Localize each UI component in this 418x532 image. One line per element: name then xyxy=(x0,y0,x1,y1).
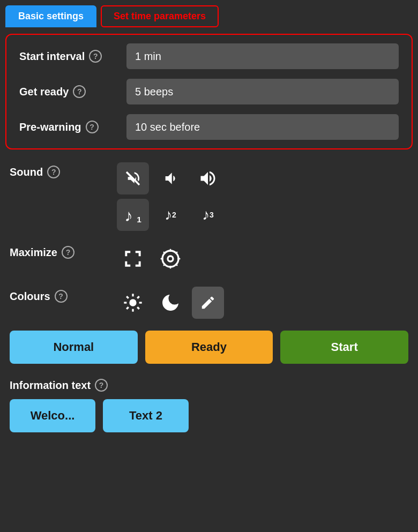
sound-row-2: ♪ 1 ♪2 ♪3 xyxy=(117,199,224,231)
maximize-icons xyxy=(117,243,186,275)
svg-line-11 xyxy=(126,307,129,309)
info-text-label: Information text ? xyxy=(10,379,408,392)
colours-sun-button[interactable] xyxy=(117,287,149,319)
colours-moon-button[interactable] xyxy=(154,287,186,319)
sound-row-1 xyxy=(117,162,224,194)
svg-line-9 xyxy=(137,307,139,309)
svg-text:1: 1 xyxy=(137,215,141,224)
pre-warning-value[interactable]: 10 sec before xyxy=(126,114,399,140)
sound-music3-button[interactable]: ♪3 xyxy=(192,199,224,231)
get-ready-label: Get ready ? xyxy=(19,85,126,98)
sound-high-button[interactable] xyxy=(192,162,224,194)
start-interval-row: Start interval ? 1 min xyxy=(19,43,399,69)
get-ready-value[interactable]: 5 beeps xyxy=(126,79,399,104)
colours-help-icon[interactable]: ? xyxy=(55,290,68,303)
info-welco-button[interactable]: Welco... xyxy=(10,399,95,432)
svg-text:♪: ♪ xyxy=(125,206,133,225)
info-text2-button[interactable]: Text 2 xyxy=(103,399,189,432)
state-buttons: Normal Ready Start xyxy=(5,331,413,364)
start-interval-value[interactable]: 1 min xyxy=(126,43,399,69)
sound-mute-button[interactable] xyxy=(117,162,149,194)
start-button[interactable]: Start xyxy=(280,331,408,364)
tabs-row: Basic settings Set time parameters xyxy=(5,5,413,27)
pre-warning-row: Pre-warning ? 10 sec before xyxy=(19,114,399,140)
colours-label: Colours ? xyxy=(10,287,117,303)
sound-low-button[interactable] xyxy=(154,162,186,194)
maximize-help-icon[interactable]: ? xyxy=(62,246,74,259)
get-ready-help-icon[interactable]: ? xyxy=(73,85,86,98)
sound-help-icon[interactable]: ? xyxy=(47,166,60,178)
tab-basic[interactable]: Basic settings xyxy=(5,5,96,27)
start-interval-label: Start interval ? xyxy=(19,50,126,63)
info-text-help-icon[interactable]: ? xyxy=(95,379,108,392)
maximize-gear-button[interactable] xyxy=(154,243,186,275)
sound-label: Sound ? xyxy=(10,162,117,178)
start-interval-help-icon[interactable]: ? xyxy=(89,50,102,63)
sound-music1-button[interactable]: ♪ 1 xyxy=(117,199,149,231)
normal-button[interactable]: Normal xyxy=(10,331,138,364)
get-ready-row: Get ready ? 5 beeps xyxy=(19,79,399,104)
colours-section: Colours ? xyxy=(5,287,413,319)
svg-line-10 xyxy=(137,296,139,298)
info-text-section: Information text ? Welco... Text 2 xyxy=(5,379,413,432)
colours-pencil-button[interactable] xyxy=(192,287,224,319)
sound-music2-button[interactable]: ♪2 xyxy=(154,199,186,231)
pre-warning-help-icon[interactable]: ? xyxy=(86,121,99,133)
time-params-section: Start interval ? 1 min Get ready ? 5 bee… xyxy=(5,34,413,149)
svg-point-3 xyxy=(129,299,136,306)
maximize-section: Maximize ? xyxy=(5,243,413,275)
colours-icons xyxy=(117,287,224,319)
sound-section: Sound ? xyxy=(5,162,413,231)
info-text-buttons: Welco... Text 2 xyxy=(10,399,408,432)
sound-icons-group: ♪ 1 ♪2 ♪3 xyxy=(117,162,224,231)
maximize-frame-button[interactable] xyxy=(117,243,149,275)
maximize-label: Maximize ? xyxy=(10,243,117,259)
ready-button[interactable]: Ready xyxy=(145,331,273,364)
tab-time-parameters[interactable]: Set time parameters xyxy=(101,5,219,27)
pre-warning-label: Pre-warning ? xyxy=(19,121,126,133)
svg-line-8 xyxy=(126,296,129,298)
